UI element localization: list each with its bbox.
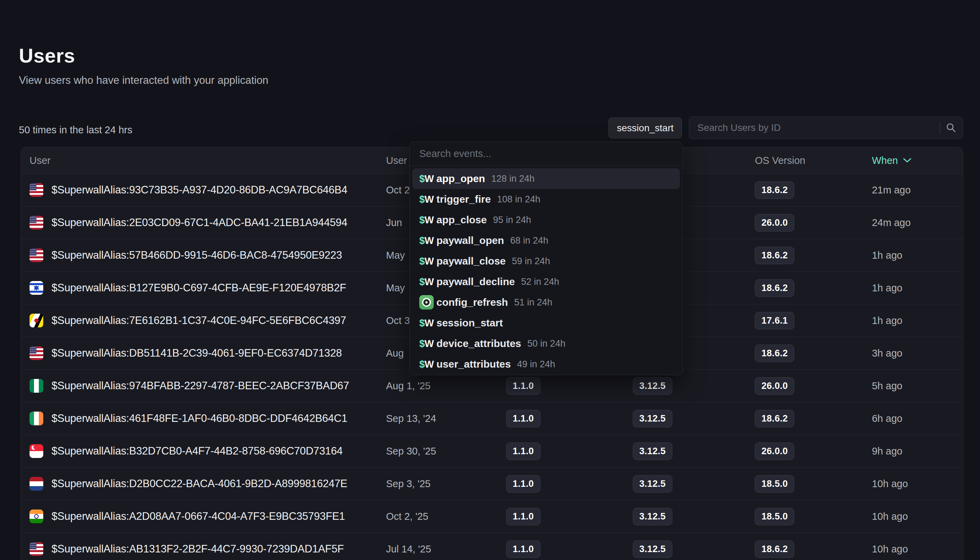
last-seen-value: 3h ago (872, 348, 963, 359)
event-count: 52 in 24h (521, 277, 559, 287)
event-option[interactable]: $W paywall_decline 52 in 24h (412, 272, 680, 292)
last-seen-value: 5h ago (872, 380, 963, 392)
event-name: session_start (437, 317, 503, 329)
sdk-version-badge: 3.12.5 (633, 475, 672, 493)
country-flag-icon (30, 346, 43, 360)
superwall-event-icon: $W (419, 338, 437, 349)
event-count: 50 in 24h (527, 338, 566, 349)
page-subtitle: View users who have interacted with your… (19, 74, 269, 87)
app-version-badge: 1.1.0 (506, 377, 540, 395)
os-version-badge: 18.6.2 (755, 247, 794, 264)
user-since-value: Aug 1, '25 (386, 380, 506, 392)
table-row[interactable]: $SuperwallAlias:B32D7CB0-A4F7-44B2-8758-… (21, 435, 963, 467)
user-since-value: Sep 3, '25 (386, 478, 506, 490)
event-option[interactable]: $W device_attributes 50 in 24h (412, 333, 680, 354)
os-version-badge: 18.6.2 (755, 279, 794, 297)
os-version-badge: 26.0.0 (755, 214, 794, 232)
superwall-event-icon: $W (419, 317, 437, 329)
event-option[interactable]: $W user_attributes 49 in 24h (412, 354, 680, 375)
event-count: 49 in 24h (517, 359, 555, 370)
app-version-badge: 1.1.0 (506, 540, 540, 558)
country-flag-icon (30, 477, 43, 491)
user-id: $SuperwallAlias:974BFABB-2297-4787-BEEC-… (51, 380, 349, 392)
event-option[interactable]: $W session_start (412, 313, 680, 333)
event-option[interactable]: config_refresh 51 in 24h (412, 292, 680, 313)
last-seen-value: 10h ago (872, 543, 963, 555)
os-version-badge: 18.6.2 (755, 410, 794, 427)
superwall-event-icon: $W (419, 276, 437, 288)
os-version-badge: 26.0.0 (755, 377, 794, 395)
chevron-down-icon (903, 158, 912, 163)
event-count: 128 in 24h (492, 173, 535, 184)
event-option[interactable]: $W app_open 128 in 24h (412, 168, 680, 189)
events-search-input[interactable]: Search events... (410, 142, 683, 166)
country-flag-icon (30, 248, 43, 262)
table-row[interactable]: $SuperwallAlias:AB1313F2-2B2F-44C7-9930-… (21, 533, 963, 560)
user-since-value: Sep 13, '24 (386, 413, 506, 424)
country-flag-icon (30, 379, 43, 393)
events-dropdown: Search events... $W app_open 128 in 24h … (409, 142, 683, 375)
superwall-event-icon: $W (419, 235, 437, 246)
last-seen-value: 21m ago (872, 185, 963, 196)
events-search-placeholder: Search events... (419, 148, 492, 159)
sdk-version-badge: 3.12.5 (633, 508, 672, 525)
user-id: $SuperwallAlias:AB1313F2-2B2F-44C7-9930-… (51, 543, 344, 555)
user-id: $SuperwallAlias:93C73B35-A937-4D20-86DB-… (51, 184, 347, 196)
column-header-os-version: OS Version (755, 155, 872, 166)
os-version-badge: 18.6.2 (755, 345, 794, 362)
search-divider (940, 122, 940, 133)
search-icon[interactable] (946, 122, 957, 133)
event-count: 51 in 24h (514, 297, 552, 308)
events-list: $W app_open 128 in 24h $W trigger_fire 1… (410, 166, 683, 375)
event-option[interactable]: $W paywall_close 59 in 24h (412, 251, 680, 272)
user-id: $SuperwallAlias:461F48FE-1AF0-46B0-8DBC-… (51, 412, 347, 425)
event-name: user_attributes (437, 358, 511, 370)
country-flag-icon (30, 542, 43, 556)
user-id: $SuperwallAlias:B32D7CB0-A4F7-44B2-8758-… (51, 445, 343, 457)
user-search-input[interactable]: Search Users by ID (689, 117, 963, 139)
country-flag-icon (30, 183, 43, 197)
event-filter-button[interactable]: session_start (608, 117, 682, 138)
user-id: $SuperwallAlias:B127E9B0-C697-4CFB-AE9E-… (51, 282, 346, 294)
country-flag-icon (30, 412, 43, 425)
user-since-value: Oct 2, '25 (386, 511, 506, 522)
last-seen-value: 9h ago (872, 446, 963, 457)
os-version-badge: 18.5.0 (755, 508, 794, 525)
app-version-badge: 1.1.0 (506, 410, 540, 427)
last-seen-value: 1h ago (872, 250, 963, 261)
user-id: $SuperwallAlias:7E6162B1-1C37-4C0E-94FC-… (51, 314, 346, 327)
event-option[interactable]: $W trigger_fire 108 in 24h (412, 189, 680, 210)
event-count: 95 in 24h (493, 215, 531, 225)
event-name: config_refresh (437, 297, 508, 308)
event-name: trigger_fire (437, 193, 491, 205)
last-seen-value: 6h ago (872, 413, 963, 424)
column-header-user: User (21, 155, 386, 166)
event-option[interactable]: $W paywall_open 68 in 24h (412, 230, 680, 251)
sdk-version-badge: 3.12.5 (633, 377, 672, 395)
event-name: device_attributes (437, 338, 521, 349)
when-label: When (872, 155, 898, 166)
sdk-version-badge: 3.12.5 (633, 443, 672, 460)
last-seen-value: 24m ago (872, 217, 963, 228)
last-seen-value: 10h ago (872, 478, 963, 490)
page-title: Users (19, 44, 75, 67)
table-row[interactable]: $SuperwallAlias:A2D08AA7-0667-4C04-A7F3-… (21, 500, 963, 533)
user-id: $SuperwallAlias:2E03CD09-67C1-4ADC-BA41-… (51, 217, 347, 229)
event-count: 108 in 24h (497, 194, 540, 205)
country-flag-icon (30, 444, 43, 458)
event-name: paywall_decline (437, 276, 515, 288)
os-version-badge: 18.6.2 (755, 540, 794, 558)
event-count: 68 in 24h (510, 235, 548, 246)
event-name: app_close (437, 214, 487, 226)
last-seen-value: 10h ago (872, 511, 963, 522)
column-header-when[interactable]: When (872, 155, 963, 166)
os-version-badge: 26.0.0 (755, 443, 794, 460)
superwall-event-icon: $W (419, 256, 437, 267)
table-row[interactable]: $SuperwallAlias:D2B0CC22-BACA-4061-9B2D-… (21, 467, 963, 500)
table-row[interactable]: $SuperwallAlias:461F48FE-1AF0-46B0-8DBC-… (21, 402, 963, 435)
event-count-summary: 50 times in the last 24 hrs (19, 124, 132, 136)
event-name: app_open (437, 173, 485, 185)
user-since-value: Jul 14, '25 (386, 543, 506, 555)
app-version-badge: 1.1.0 (506, 475, 540, 493)
event-option[interactable]: $W app_close 95 in 24h (412, 210, 680, 230)
